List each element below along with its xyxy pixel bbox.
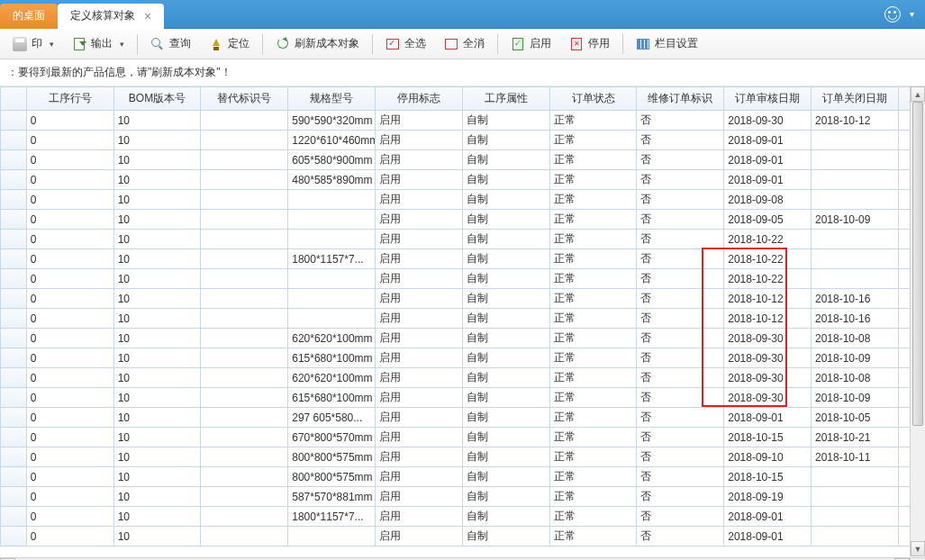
table-cell[interactable] bbox=[201, 309, 288, 329]
table-cell[interactable]: 1800*1157*7... bbox=[288, 507, 376, 527]
table-cell[interactable]: 否 bbox=[637, 467, 724, 487]
table-cell[interactable]: 2018-09-01 bbox=[724, 527, 812, 546]
table-cell[interactable]: 2018-10-12 bbox=[812, 111, 899, 131]
table-cell[interactable]: 0 bbox=[26, 467, 113, 487]
table-cell[interactable] bbox=[201, 527, 288, 546]
table-row[interactable]: 010615*680*100mm启用自制正常否2018-09-302018-10… bbox=[1, 388, 926, 408]
table-cell[interactable]: 10 bbox=[113, 507, 201, 527]
table-cell[interactable]: 10 bbox=[113, 289, 201, 309]
table-cell[interactable]: 0 bbox=[26, 289, 113, 309]
row-selector[interactable] bbox=[1, 170, 27, 190]
table-row[interactable]: 010480*585*890mm启用自制正常否2018-09-01 bbox=[1, 170, 926, 190]
table-cell[interactable]: 10 bbox=[113, 131, 201, 150]
table-cell[interactable]: 启用 bbox=[376, 230, 463, 249]
table-cell[interactable]: 正常 bbox=[549, 131, 637, 150]
table-row[interactable]: 010启用自制正常否2018-10-122018-10-16 bbox=[1, 289, 926, 309]
column-header[interactable]: 订单关闭日期 bbox=[812, 87, 899, 111]
table-cell[interactable]: 启用 bbox=[376, 329, 463, 348]
table-cell[interactable]: 启用 bbox=[376, 447, 463, 467]
table-cell[interactable]: 正常 bbox=[549, 309, 637, 329]
table-cell[interactable]: 10 bbox=[113, 408, 201, 428]
table-cell[interactable]: 启用 bbox=[376, 289, 463, 309]
table-cell[interactable]: 2018-09-30 bbox=[724, 368, 812, 388]
table-cell[interactable]: 2018-09-01 bbox=[724, 170, 812, 190]
table-row[interactable]: 0101800*1157*7...启用自制正常否2018-09-01 bbox=[1, 507, 926, 527]
table-cell[interactable] bbox=[812, 131, 899, 150]
table-cell[interactable]: 启用 bbox=[376, 269, 463, 289]
disable-button[interactable]: 停用 bbox=[560, 32, 619, 56]
table-cell[interactable]: 2018-09-01 bbox=[724, 131, 812, 150]
table-cell[interactable]: 否 bbox=[637, 388, 724, 408]
table-cell[interactable]: 0 bbox=[26, 150, 113, 170]
table-row[interactable]: 010605*580*900mm启用自制正常否2018-09-01 bbox=[1, 150, 926, 170]
table-cell[interactable]: 正常 bbox=[549, 230, 637, 249]
table-cell[interactable]: 10 bbox=[113, 249, 201, 269]
table-cell[interactable] bbox=[201, 447, 288, 467]
table-cell[interactable]: 正常 bbox=[549, 348, 637, 368]
table-cell[interactable]: 10 bbox=[113, 230, 201, 249]
row-selector[interactable] bbox=[1, 111, 27, 131]
row-selector[interactable] bbox=[1, 190, 27, 210]
tab-define-accounting-object[interactable]: 定义核算对象 × bbox=[58, 4, 164, 29]
table-cell[interactable]: 0 bbox=[26, 388, 113, 408]
table-cell[interactable]: 0 bbox=[26, 348, 113, 368]
tab-desktop[interactable]: 的桌面 bbox=[0, 4, 58, 29]
table-cell[interactable]: 615*680*100mm bbox=[288, 388, 376, 408]
table-cell[interactable]: 2018-10-05 bbox=[812, 408, 899, 428]
table-cell[interactable]: 2018-09-01 bbox=[724, 507, 812, 527]
table-cell[interactable]: 自制 bbox=[462, 388, 549, 408]
table-row[interactable]: 010620*620*100mm启用自制正常否2018-09-302018-10… bbox=[1, 329, 926, 348]
table-cell[interactable]: 否 bbox=[637, 447, 724, 467]
table-cell[interactable]: 否 bbox=[637, 269, 724, 289]
table-cell[interactable]: 620*620*100mm bbox=[288, 368, 376, 388]
table-cell[interactable]: 0 bbox=[26, 329, 113, 348]
table-cell[interactable]: 0 bbox=[26, 368, 113, 388]
print-button[interactable]: 印▾ bbox=[4, 32, 63, 56]
table-cell[interactable] bbox=[288, 230, 376, 249]
table-cell[interactable]: 10 bbox=[113, 388, 201, 408]
table-cell[interactable]: 启用 bbox=[376, 210, 463, 230]
row-selector[interactable] bbox=[1, 348, 27, 368]
table-row[interactable]: 010670*800*570mm启用自制正常否2018-10-152018-10… bbox=[1, 428, 926, 447]
column-settings-button[interactable]: 栏目设置 bbox=[627, 32, 707, 56]
table-cell[interactable]: 10 bbox=[113, 269, 201, 289]
table-cell[interactable]: 2018-10-15 bbox=[724, 467, 812, 487]
row-selector[interactable] bbox=[1, 289, 27, 309]
table-cell[interactable] bbox=[812, 467, 899, 487]
chevron-down-icon[interactable]: ▾ bbox=[910, 9, 914, 19]
row-selector[interactable] bbox=[1, 487, 27, 507]
table-cell[interactable] bbox=[288, 289, 376, 309]
table-cell[interactable]: 正常 bbox=[549, 190, 637, 210]
table-cell[interactable]: 否 bbox=[637, 507, 724, 527]
table-cell[interactable]: 自制 bbox=[462, 329, 549, 348]
table-cell[interactable] bbox=[812, 150, 899, 170]
table-cell[interactable] bbox=[201, 289, 288, 309]
export-button[interactable]: 输出▾ bbox=[63, 32, 133, 56]
row-selector[interactable] bbox=[1, 269, 27, 289]
table-cell[interactable]: 启用 bbox=[376, 507, 463, 527]
table-cell[interactable]: 2018-10-09 bbox=[812, 348, 899, 368]
table-cell[interactable] bbox=[201, 428, 288, 447]
table-cell[interactable] bbox=[812, 487, 899, 507]
table-cell[interactable]: 启用 bbox=[376, 467, 463, 487]
table-cell[interactable]: 0 bbox=[26, 190, 113, 210]
row-selector[interactable] bbox=[1, 408, 27, 428]
table-row[interactable]: 010启用自制正常否2018-09-052018-10-09 bbox=[1, 210, 926, 230]
table-cell[interactable]: 正常 bbox=[549, 388, 637, 408]
table-cell[interactable] bbox=[201, 368, 288, 388]
table-cell[interactable]: 自制 bbox=[462, 210, 549, 230]
table-cell[interactable]: 自制 bbox=[462, 467, 549, 487]
column-header[interactable]: 停用标志 bbox=[376, 87, 463, 111]
table-cell[interactable]: 启用 bbox=[376, 190, 463, 210]
row-selector[interactable] bbox=[1, 447, 27, 467]
table-row[interactable]: 010800*800*575mm启用自制正常否2018-10-15 bbox=[1, 467, 926, 487]
table-cell[interactable] bbox=[812, 527, 899, 546]
table-cell[interactable]: 正常 bbox=[549, 210, 637, 230]
table-cell[interactable]: 启用 bbox=[376, 309, 463, 329]
table-row[interactable]: 010启用自制正常否2018-10-22 bbox=[1, 269, 926, 289]
table-cell[interactable]: 2018-09-30 bbox=[724, 388, 812, 408]
table-cell[interactable]: 自制 bbox=[462, 150, 549, 170]
table-cell[interactable] bbox=[288, 210, 376, 230]
table-cell[interactable] bbox=[812, 230, 899, 249]
table-cell[interactable]: 否 bbox=[637, 408, 724, 428]
